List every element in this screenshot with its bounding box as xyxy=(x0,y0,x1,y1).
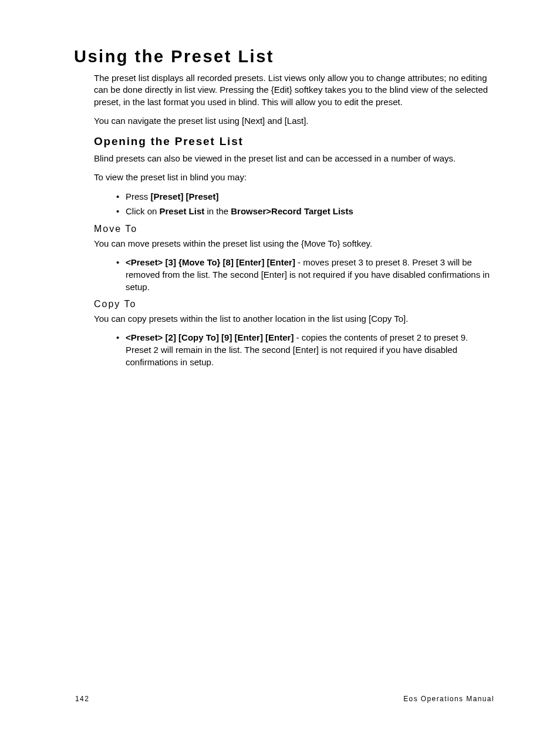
bullet-bold: <Preset> [3] {Move To} [8] [Enter] [Ente… xyxy=(126,257,295,267)
copy-to-bullet-list: <Preset> [2] [Copy To] [9] [Enter] [Ente… xyxy=(116,332,494,368)
bullet-text: in the xyxy=(204,206,231,216)
opening-paragraph-1: Blind presets can also be viewed in the … xyxy=(94,153,494,164)
subsection-heading-copy-to: Copy To xyxy=(94,299,494,309)
body-block: The preset list displays all recorded pr… xyxy=(94,72,494,369)
subsection-heading-move-to: Move To xyxy=(94,224,494,234)
intro-paragraph-2: You can navigate the preset list using [… xyxy=(94,115,494,127)
list-item: Click on Preset List in the Browser>Reco… xyxy=(116,206,494,218)
copy-to-paragraph: You can copy presets within the list to … xyxy=(94,313,494,325)
list-item: <Preset> [2] [Copy To] [9] [Enter] [Ente… xyxy=(116,332,494,368)
section-heading-opening: Opening the Preset List xyxy=(94,135,494,148)
opening-bullet-list: Press [Preset] [Preset] Click on Preset … xyxy=(116,191,494,218)
bullet-bold: Browser>Record Target Lists xyxy=(231,206,353,216)
move-to-paragraph: You can move presets within the preset l… xyxy=(94,238,494,250)
intro-paragraph-1: The preset list displays all recorded pr… xyxy=(94,72,494,108)
move-to-bullet-list: <Preset> [3] {Move To} [8] [Enter] [Ente… xyxy=(116,257,494,293)
bullet-bold: [Preset] [Preset] xyxy=(151,191,219,201)
list-item: <Preset> [3] {Move To} [8] [Enter] [Ente… xyxy=(116,257,494,293)
page-number: 142 xyxy=(75,695,89,703)
bullet-bold: <Preset> [2] [Copy To] [9] [Enter] [Ente… xyxy=(126,332,294,342)
bullet-bold: Preset List xyxy=(160,206,205,216)
bullet-text: Click on xyxy=(126,206,160,216)
page-footer: 142 Eos Operations Manual xyxy=(75,695,494,703)
list-item: Press [Preset] [Preset] xyxy=(116,191,494,203)
document-title-footer: Eos Operations Manual xyxy=(403,695,494,703)
bullet-text: Press xyxy=(126,191,151,201)
opening-paragraph-2: To view the preset list in blind you may… xyxy=(94,171,494,183)
page-title: Using the Preset List xyxy=(74,47,494,66)
document-page: Using the Preset List The preset list di… xyxy=(0,0,560,747)
